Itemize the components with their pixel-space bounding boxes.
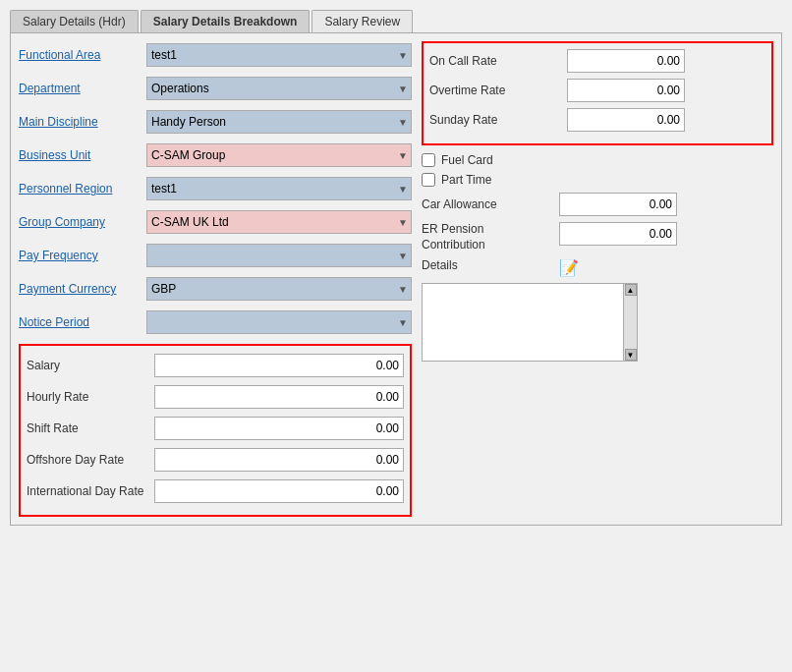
functional-area-wrapper: test1 ▼ — [146, 43, 412, 67]
fuel-card-checkbox[interactable] — [422, 153, 435, 167]
scrollbar-down-button[interactable]: ▼ — [625, 349, 637, 361]
salary-section: Salary 0.00 Hourly Rate 0.00 Shift Rate … — [19, 344, 412, 517]
pay-frequency-select[interactable] — [146, 244, 412, 267]
er-pension-input[interactable]: 0.00 — [559, 222, 677, 246]
pay-frequency-row: Pay Frequency ▼ — [19, 242, 412, 269]
details-label: Details — [422, 258, 559, 272]
part-time-label: Part Time — [441, 173, 491, 187]
offshore-day-rate-input[interactable] — [154, 448, 404, 472]
group-company-wrapper: C-SAM UK Ltd ▼ — [146, 210, 412, 234]
payment-currency-select[interactable]: GBP — [146, 277, 412, 301]
personnel-region-select[interactable]: test1 — [146, 177, 412, 200]
offshore-day-rate-label: Offshore Day Rate — [27, 453, 154, 467]
details-row: Details 📝 — [422, 258, 773, 279]
right-panel: On Call Rate 0.00 Overtime Rate 0.00 Sun… — [412, 41, 773, 517]
shift-rate-row: Shift Rate 0.00 — [27, 415, 404, 442]
details-edit-icon[interactable]: 📝 — [559, 258, 579, 277]
business-unit-row: Business Unit C-SAM Group ▼ — [19, 141, 412, 169]
main-container: Salary Details (Hdr) Salary Details Brea… — [10, 10, 782, 526]
payment-currency-wrapper: GBP ▼ — [146, 277, 412, 301]
er-pension-label: ER PensionContribution — [422, 222, 559, 252]
main-discipline-label[interactable]: Main Discipline — [19, 115, 146, 129]
group-company-select[interactable]: C-SAM UK Ltd — [146, 210, 412, 234]
er-pension-row: ER PensionContribution 0.00 — [422, 222, 773, 252]
fuel-card-label: Fuel Card — [441, 153, 493, 167]
notice-period-wrapper: ▼ — [146, 310, 412, 334]
department-row: Department Operations ▼ — [19, 75, 412, 102]
car-allowance-label: Car Allowance — [422, 197, 559, 211]
details-textarea[interactable]: ▲ ▼ — [422, 283, 638, 362]
sunday-rate-input[interactable]: 0.00 — [567, 108, 685, 132]
payment-currency-label[interactable]: Payment Currency — [19, 282, 146, 296]
business-unit-select[interactable]: C-SAM Group — [146, 143, 412, 167]
international-day-rate-label: International Day Rate — [27, 484, 154, 498]
group-company-row: Group Company C-SAM UK Ltd ▼ — [19, 208, 412, 236]
details-textarea-container: ▲ ▼ — [422, 283, 773, 362]
hourly-rate-row: Hourly Rate 0.00 — [27, 383, 404, 411]
tab-salary-hdr[interactable]: Salary Details (Hdr) — [10, 10, 139, 32]
pay-frequency-label[interactable]: Pay Frequency — [19, 249, 146, 262]
department-label[interactable]: Department — [19, 82, 146, 95]
rates-section: On Call Rate 0.00 Overtime Rate 0.00 Sun… — [422, 41, 773, 145]
car-allowance-row: Car Allowance 0.00 — [422, 193, 773, 216]
international-day-rate-row: International Day Rate — [27, 477, 404, 505]
scrollbar-up-button[interactable]: ▲ — [625, 284, 637, 296]
group-company-label[interactable]: Group Company — [19, 215, 146, 229]
business-unit-wrapper: C-SAM Group ▼ — [146, 143, 412, 167]
sunday-rate-row: Sunday Rate 0.00 — [429, 108, 765, 132]
international-day-rate-input[interactable] — [154, 479, 404, 503]
tab-salary-review[interactable]: Salary Review — [311, 10, 413, 32]
shift-rate-label: Shift Rate — [27, 421, 154, 435]
personnel-region-label[interactable]: Personnel Region — [19, 182, 146, 196]
on-call-rate-input[interactable]: 0.00 — [567, 49, 685, 73]
salary-input[interactable]: 0.00 — [154, 354, 404, 377]
part-time-row: Part Time — [422, 173, 773, 187]
main-discipline-wrapper: Handy Person ▼ — [146, 110, 412, 134]
personnel-region-wrapper: test1 ▼ — [146, 177, 412, 200]
tabs-bar: Salary Details (Hdr) Salary Details Brea… — [10, 10, 782, 33]
part-time-checkbox[interactable] — [422, 173, 435, 187]
overtime-rate-label: Overtime Rate — [429, 84, 567, 97]
hourly-rate-input[interactable]: 0.00 — [154, 385, 404, 409]
notice-period-select[interactable] — [146, 310, 412, 334]
left-panel: Functional Area test1 ▼ Department Opera… — [19, 41, 412, 517]
functional-area-row: Functional Area test1 ▼ — [19, 41, 412, 69]
overtime-rate-input[interactable]: 0.00 — [567, 79, 685, 102]
functional-area-label[interactable]: Functional Area — [19, 48, 146, 62]
tab-salary-breakdown[interactable]: Salary Details Breakdown — [141, 10, 311, 32]
fuel-card-row: Fuel Card — [422, 153, 773, 167]
functional-area-select[interactable]: test1 — [146, 43, 412, 67]
shift-rate-input[interactable]: 0.00 — [154, 417, 404, 440]
department-wrapper: Operations ▼ — [146, 77, 412, 100]
sunday-rate-label: Sunday Rate — [429, 113, 567, 127]
department-select[interactable]: Operations — [146, 77, 412, 100]
hourly-rate-label: Hourly Rate — [27, 390, 154, 404]
overtime-rate-row: Overtime Rate 0.00 — [429, 79, 765, 102]
notice-period-label[interactable]: Notice Period — [19, 315, 146, 329]
business-unit-label[interactable]: Business Unit — [19, 148, 146, 162]
car-allowance-input[interactable]: 0.00 — [559, 193, 677, 216]
salary-row: Salary 0.00 — [27, 352, 404, 379]
offshore-day-rate-row: Offshore Day Rate — [27, 446, 404, 474]
content-area: Functional Area test1 ▼ Department Opera… — [10, 33, 782, 526]
on-call-rate-label: On Call Rate — [429, 54, 567, 68]
notice-period-row: Notice Period ▼ — [19, 308, 412, 336]
scrollbar[interactable]: ▲ ▼ — [623, 284, 637, 361]
payment-currency-row: Payment Currency GBP ▼ — [19, 275, 412, 303]
salary-label: Salary — [27, 359, 154, 372]
personnel-region-row: Personnel Region test1 ▼ — [19, 175, 412, 202]
pay-frequency-wrapper: ▼ — [146, 244, 412, 267]
main-discipline-select[interactable]: Handy Person — [146, 110, 412, 134]
main-discipline-row: Main Discipline Handy Person ▼ — [19, 108, 412, 136]
on-call-rate-row: On Call Rate 0.00 — [429, 49, 765, 73]
